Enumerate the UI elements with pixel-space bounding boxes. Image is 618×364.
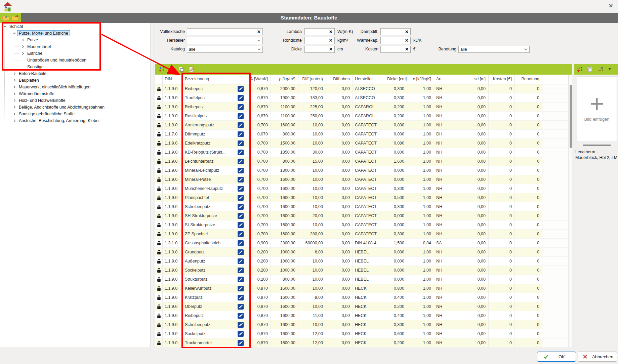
table-row[interactable]: 1.1.9.0Mineral-Putze 0,7001600,0010,000,… <box>155 175 569 184</box>
tree-item[interactable]: Holz- und Holzwerkstoffe <box>0 97 150 104</box>
table-row[interactable]: 1.1.9.0Planspachtel 0,7001600,0010,000,0… <box>155 193 569 202</box>
benotung-select[interactable]: alle <box>458 46 530 53</box>
insert-image-dropzone[interactable]: Bild einfügen <box>577 77 617 141</box>
edit-icon[interactable] <box>238 295 244 300</box>
tree-item[interactable]: Putze, Mörtel und Estriche <box>0 30 150 37</box>
table-scrollbar[interactable] <box>569 75 572 347</box>
add-row-icon[interactable] <box>158 66 164 72</box>
edit-icon[interactable] <box>238 240 244 246</box>
edit-icon[interactable] <box>238 222 244 228</box>
edit-icon[interactable] <box>238 204 244 210</box>
paste-image-icon[interactable] <box>587 66 593 73</box>
clear-icon[interactable]: ✕ <box>327 29 334 34</box>
table-row[interactable]: 1.1.9.0Grundputz 0,2001000,006,000,00HEB… <box>155 248 569 257</box>
table-row[interactable]: 1.1.9.0ZF-Spachtel 0,7001600,00280,000,0… <box>155 230 569 239</box>
lambda-input[interactable]: ✕ <box>304 28 335 35</box>
table-row[interactable]: 1.1.9.0KD-Reibputz (Strukt... 0,7001850,… <box>155 148 569 157</box>
waermekap-input[interactable]: ✕ <box>380 37 411 44</box>
scrollbar-thumb[interactable] <box>570 85 572 148</box>
edit-icon[interactable] <box>238 168 244 173</box>
edit-icon[interactable] <box>238 340 244 346</box>
remove-image-icon[interactable] <box>598 66 604 72</box>
dampdiff-input[interactable]: ✕ <box>380 28 411 35</box>
table-row[interactable]: 1.1.9.0Sockelputz 0,8701600,0012,000,00H… <box>155 329 569 338</box>
clear-icon[interactable]: ✕ <box>403 38 410 43</box>
column-header[interactable]: Hersteller <box>353 75 385 84</box>
table-row[interactable]: 1.1.9.0Reibeputz 0,8701100,00225,000,00C… <box>155 103 569 112</box>
edit-icon[interactable] <box>238 231 244 237</box>
column-header[interactable]: sd [m] <box>457 75 489 84</box>
copy-row-icon[interactable] <box>178 66 184 72</box>
edit-icon[interactable] <box>238 268 244 273</box>
table-row[interactable]: 1.1.9.0Trockenmörtel 0,8701600,0012,000,… <box>155 338 569 348</box>
table-row[interactable]: 1.3.1.0Gussasphaltestrich 0,9002300,0060… <box>155 239 569 248</box>
rohdichte-input[interactable]: ✕ <box>304 37 335 44</box>
edit-icon[interactable] <box>238 150 244 155</box>
table-row[interactable]: 1.1.9.0Rustikalputz 0,8701100,00250,000,… <box>155 112 569 121</box>
column-header[interactable]: Diff.(unten) <box>298 75 326 84</box>
table-row[interactable]: 1.1.9.0Edelkratzputz 0,7001500,0010,000,… <box>155 139 569 148</box>
table-row[interactable]: 1.1.9.0Scheibenputz 0,7001600,0010,000,0… <box>155 202 569 211</box>
table-row[interactable]: 1.1.9.0Strukturputz 0,200800,0010,000,00… <box>155 275 569 284</box>
edit-icon[interactable] <box>238 195 244 201</box>
edit-icon[interactable] <box>238 113 244 119</box>
column-header[interactable]: λ [W/mK] <box>245 75 271 84</box>
dicke-input[interactable]: ✕ <box>304 46 335 53</box>
tree-item[interactable]: Sonstige <box>0 64 150 70</box>
ok-button[interactable]: OK <box>537 352 576 362</box>
tree-item[interactable]: Putze <box>0 37 150 43</box>
column-header[interactable]: Art <box>434 75 457 84</box>
edit-icon[interactable] <box>238 277 244 282</box>
edit-icon[interactable] <box>238 286 244 291</box>
edit-icon[interactable] <box>238 322 244 328</box>
edit-icon[interactable] <box>238 131 244 137</box>
edit-icon[interactable] <box>238 331 244 337</box>
tree-item[interactable]: Wärmedämmstoffe <box>0 90 150 97</box>
column-header[interactable]: c [kJ/kgK] <box>407 75 434 84</box>
katalog-select[interactable]: alle <box>187 46 263 53</box>
edit-icon[interactable] <box>238 86 244 92</box>
clear-icon[interactable]: ✕ <box>255 29 262 34</box>
edit-icon[interactable] <box>238 122 244 128</box>
table-row[interactable]: 1.1.9.0SH-Strukturputze 0,7001600,0020,0… <box>155 211 569 220</box>
table-row[interactable]: 1.1.9.0Leichtunterputz 0,700800,0015,000… <box>155 157 569 166</box>
tree-item[interactable]: Sonstige gebräuchliche Stoffe <box>0 111 150 117</box>
tree-item[interactable]: Anstriche, Beschichtung, Armierung, Kleb… <box>0 117 150 124</box>
tree-item[interactable]: Mauermörtel <box>0 43 150 50</box>
edit-icon[interactable] <box>238 249 244 255</box>
tree-scrollbar[interactable] <box>150 23 154 347</box>
tree-item[interactable]: Estriche <box>0 50 150 57</box>
clear-icon[interactable]: ✕ <box>327 47 334 52</box>
table-row[interactable]: 1.1.9.0Kellerwurfputz 0,8701600,0010,000… <box>155 284 569 293</box>
tree-item[interactable]: Beton-Bauteile <box>0 70 150 77</box>
column-header[interactable]: Kosten [€] <box>489 75 515 84</box>
table-row[interactable]: 1.1.9.0Reibeputz 0,8702000,00120,000,00A… <box>155 84 569 93</box>
edit-icon[interactable] <box>238 304 244 310</box>
table-row[interactable]: 1.1.9.0Kratzputz 0,8701600,008,000,00HEC… <box>155 293 569 302</box>
table-row[interactable]: 1.1.9.0Münchener-Rauputz 0,7001600,0010,… <box>155 184 569 193</box>
edit-icon[interactable] <box>238 313 244 319</box>
edit-icon[interactable] <box>238 104 244 110</box>
column-header[interactable]: Dicke [cm] <box>385 75 407 84</box>
clear-icon[interactable]: ✕ <box>327 38 334 43</box>
table-row[interactable]: 1.1.9.0Sockelputz 0,2001000,0010,000,00H… <box>155 266 569 275</box>
clear-icon[interactable]: ✕ <box>403 47 410 52</box>
column-header[interactable]: ρ [kg/m³] <box>271 75 298 84</box>
add-image-icon[interactable] <box>576 66 583 72</box>
table-row[interactable]: 1.1.9.0Oberputz 0,8701600,0010,000,00HEC… <box>155 302 569 311</box>
table-row[interactable]: 1.1.9.0Scheibenputz 0,8701600,0010,000,0… <box>155 320 569 329</box>
edit-icon[interactable] <box>238 177 244 183</box>
table-row[interactable]: 1.1.9.0SI-Strukturputze 0,7001600,0010,0… <box>155 220 569 230</box>
table-row[interactable]: 1.1.9.0Reibeputz 0,8701600,0011,000,00HE… <box>155 311 569 320</box>
cancel-button[interactable]: Abbrechen <box>578 352 617 362</box>
clear-icon[interactable]: ✕ <box>403 29 410 34</box>
table-row[interactable]: 1.1.9.0Außenputz 0,2001000,0010,000,00HE… <box>155 257 569 266</box>
tree-item[interactable]: Beläge, Abdichtstoffe und Abdichtungsbah… <box>0 104 150 111</box>
column-header[interactable]: Bezeichnung <box>183 75 245 84</box>
table-row[interactable]: 1.1.9.0Armierungsputz 0,7001600,0010,000… <box>155 121 569 130</box>
edit-icon[interactable] <box>238 186 244 192</box>
folder-import-icon[interactable] <box>2 15 10 21</box>
more-options-chevron-icon[interactable] <box>608 68 611 70</box>
column-header[interactable]: Benotung <box>515 75 542 84</box>
table-row[interactable]: 1.1.7.0Dämmputz 0,070800,0010,000,00CAPA… <box>155 130 569 139</box>
